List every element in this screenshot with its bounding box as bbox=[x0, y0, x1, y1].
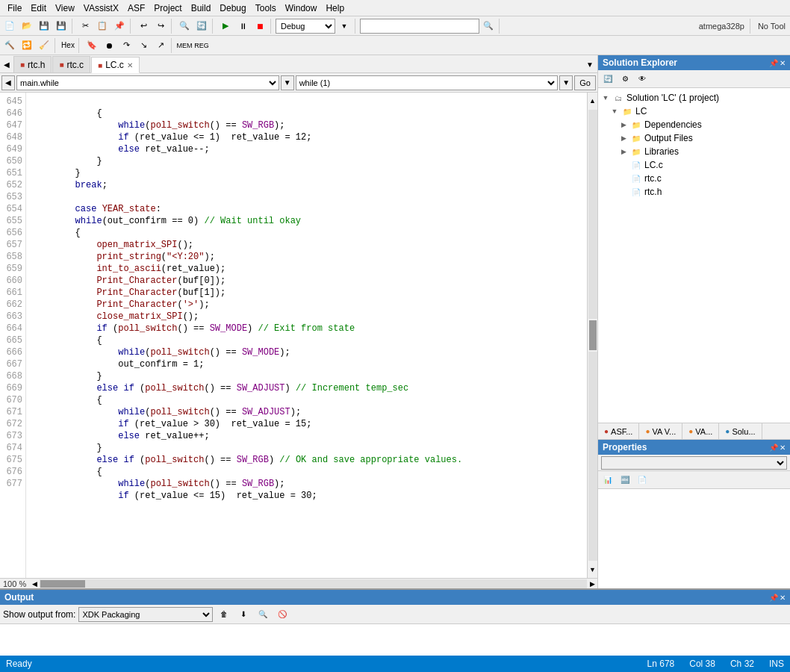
search-box[interactable] bbox=[360, 19, 479, 34]
search-go-btn[interactable]: 🔍 bbox=[480, 18, 497, 34]
se-tab-asf[interactable]: ● ASF... bbox=[598, 423, 639, 439]
scroll-down-btn[interactable]: ▼ bbox=[585, 561, 598, 578]
menu-view[interactable]: View bbox=[51, 1, 79, 15]
clean-btn[interactable]: 🧹 bbox=[36, 37, 52, 54]
location-dropdown[interactable]: while (1) bbox=[296, 75, 559, 90]
menu-file[interactable]: File bbox=[3, 1, 26, 15]
tab-dropdown-btn[interactable]: ▼ bbox=[582, 56, 597, 72]
zoom-minus-btn[interactable]: ◀ bbox=[29, 579, 40, 588]
tab-lc-c[interactable]: ■ LC.c ✕ bbox=[91, 57, 140, 73]
project-expand-icon: ▼ bbox=[610, 107, 619, 116]
menu-project[interactable]: Project bbox=[149, 1, 186, 15]
menu-help[interactable]: Help bbox=[321, 1, 349, 15]
go-button[interactable]: Go bbox=[574, 75, 596, 90]
open-file-btn[interactable]: 📂 bbox=[19, 18, 35, 34]
scope-dropdown[interactable]: main.while bbox=[16, 75, 279, 90]
mem-btn[interactable]: MEM bbox=[176, 37, 193, 54]
scroll-up-btn[interactable]: ▲ bbox=[585, 93, 598, 109]
tree-lc-c[interactable]: 📄 LC.c bbox=[619, 158, 787, 172]
output-source-select[interactable]: XDK Packaging bbox=[78, 607, 213, 622]
undo-btn[interactable]: ↩ bbox=[135, 18, 152, 34]
tab-rtc-c[interactable]: ■ rtc.c bbox=[52, 56, 90, 72]
tree-libraries[interactable]: ▶ 📁 Libraries bbox=[619, 145, 787, 158]
output-stop-btn[interactable]: 🚫 bbox=[274, 606, 290, 623]
code-content[interactable]: { while(poll_switch() == SW_RGB); if (re… bbox=[26, 93, 587, 578]
build2-btn[interactable]: 🔨 bbox=[1, 37, 18, 54]
tree-project[interactable]: ▼ 📁 LC bbox=[610, 105, 787, 118]
se-tab-va[interactable]: ● VA... bbox=[682, 423, 719, 439]
scope-expand-btn[interactable]: ▼ bbox=[281, 75, 294, 90]
se-props-btn[interactable]: ⚙ bbox=[617, 71, 633, 87]
tree-solution[interactable]: ▼ 🗂 Solution 'LC' (1 project) bbox=[601, 91, 787, 105]
tree-dependencies[interactable]: ▶ 📁 Dependencies bbox=[619, 118, 787, 131]
code-editor[interactable]: 645 646 647 648 649 650 651 652 653 654 … bbox=[0, 93, 597, 578]
bp-btn[interactable]: ⏺ bbox=[101, 37, 117, 54]
reg-btn[interactable]: REG bbox=[193, 37, 210, 54]
menu-build[interactable]: Build bbox=[187, 1, 216, 15]
sep9 bbox=[55, 38, 57, 53]
menu-window[interactable]: Window bbox=[281, 1, 322, 15]
bookmark-btn[interactable]: 🔖 bbox=[84, 37, 100, 54]
prop-pin-btn[interactable]: 📌 bbox=[769, 444, 778, 452]
menu-tools[interactable]: Tools bbox=[251, 1, 281, 15]
tree-rtc-c[interactable]: 📄 rtc.c bbox=[619, 172, 787, 185]
prop-content bbox=[598, 489, 790, 588]
editor-area: ◀ ■ rtc.h ■ rtc.c ■ LC.c ✕ ▼ ◀ main.whil… bbox=[0, 55, 598, 588]
output-scroll-btn[interactable]: ⬇ bbox=[235, 606, 252, 623]
output-close-btn[interactable]: ✕ bbox=[780, 594, 786, 602]
output-clear-btn[interactable]: 🗑 bbox=[216, 606, 232, 623]
sep10 bbox=[78, 38, 81, 53]
save-all-btn[interactable]: 💾 bbox=[53, 18, 69, 34]
find-btn[interactable]: 🔍 bbox=[176, 18, 193, 34]
stepover-btn[interactable]: ↷ bbox=[118, 37, 134, 54]
menu-edit[interactable]: Edit bbox=[26, 1, 51, 15]
start-btn[interactable]: ▶ bbox=[217, 18, 234, 34]
tab-scroll-left[interactable]: ◀ bbox=[0, 56, 13, 72]
new-project-btn[interactable]: 📄 bbox=[1, 18, 18, 34]
rebuild-btn[interactable]: 🔁 bbox=[19, 37, 35, 54]
se-tab-solu[interactable]: ● Solu... bbox=[719, 423, 762, 439]
menu-vassistx[interactable]: VAssistX bbox=[79, 1, 123, 15]
paste-btn[interactable]: 📌 bbox=[111, 18, 128, 34]
pause-btn[interactable]: ⏸ bbox=[234, 18, 251, 34]
prop-object-select[interactable] bbox=[601, 456, 787, 470]
se-refresh-btn[interactable]: 🔄 bbox=[600, 71, 616, 87]
redo-btn[interactable]: ↪ bbox=[152, 18, 169, 34]
h-scroll-right-btn[interactable]: ▶ bbox=[587, 579, 597, 588]
build-config-dropdown[interactable]: Debug bbox=[276, 19, 335, 34]
menu-asf[interactable]: ASF bbox=[123, 1, 149, 15]
main-area: ◀ ■ rtc.h ■ rtc.c ■ LC.c ✕ ▼ ◀ main.whil… bbox=[0, 55, 790, 588]
se-tab-va-v[interactable]: ● VA V... bbox=[639, 423, 682, 439]
prop-pages-btn[interactable]: 📄 bbox=[634, 472, 650, 488]
rtch-expand-icon bbox=[619, 187, 628, 196]
tree-rtc-h[interactable]: 📄 rtc.h bbox=[619, 185, 787, 199]
nav-back-btn[interactable]: ◀ bbox=[1, 75, 15, 90]
output-header-controls: 📌 ✕ bbox=[769, 594, 786, 602]
copy-btn[interactable]: 📋 bbox=[94, 18, 111, 34]
config-mgr-btn[interactable]: ▼ bbox=[336, 18, 352, 34]
prop-categorized-btn[interactable]: 📊 bbox=[600, 472, 616, 488]
prop-close-btn[interactable]: ✕ bbox=[780, 444, 786, 452]
h-scroll-bar[interactable] bbox=[40, 579, 587, 588]
stepout-btn[interactable]: ↗ bbox=[152, 37, 169, 54]
tree-output-files[interactable]: ▶ 📁 Output Files bbox=[619, 131, 787, 145]
replace-btn[interactable]: 🔄 bbox=[193, 18, 210, 34]
prop-alpha-btn[interactable]: 🔤 bbox=[617, 472, 633, 488]
editor-vertical-scrollbar[interactable]: ▲ ▼ bbox=[587, 93, 597, 578]
se-show-all-btn[interactable]: 👁 bbox=[634, 71, 650, 87]
stepinto-btn[interactable]: ↘ bbox=[135, 37, 152, 54]
hex-btn[interactable]: Hex bbox=[60, 37, 76, 54]
output-find-btn[interactable]: 🔍 bbox=[255, 606, 271, 623]
output-pin-btn[interactable]: 📌 bbox=[769, 594, 778, 602]
cut-btn[interactable]: ✂ bbox=[77, 18, 93, 34]
output-panel: Output 📌 ✕ Show output from: XDK Packagi… bbox=[0, 588, 790, 656]
se-close-btn[interactable]: ✕ bbox=[780, 59, 786, 67]
stop-btn[interactable]: ⏹ bbox=[252, 18, 268, 34]
location-expand-btn[interactable]: ▼ bbox=[559, 75, 573, 90]
save-btn[interactable]: 💾 bbox=[36, 18, 52, 34]
menu-debug[interactable]: Debug bbox=[215, 1, 250, 15]
se-pin-btn[interactable]: 📌 bbox=[769, 59, 778, 67]
properties-title: Properties bbox=[603, 442, 647, 452]
tab-lc-c-close[interactable]: ✕ bbox=[127, 61, 133, 69]
tab-rtc-h[interactable]: ■ rtc.h bbox=[13, 56, 52, 72]
